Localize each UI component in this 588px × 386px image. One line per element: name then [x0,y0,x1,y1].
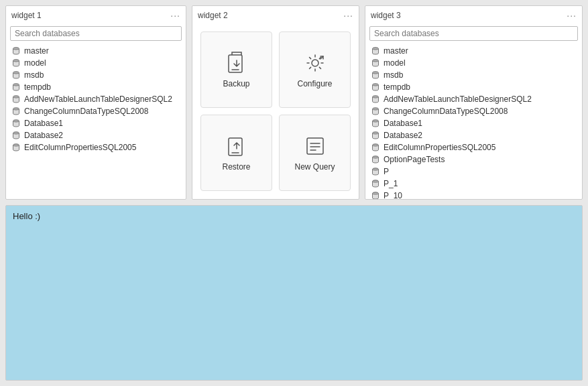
new-query-label: New Query [294,162,335,172]
restore-button[interactable]: Restore [200,115,272,191]
backup-label: Backup [223,79,249,88]
db-item-label: OptionPageTests [384,155,445,164]
new-query-button[interactable]: New Query [279,115,351,191]
database-icon [371,179,380,188]
widget-2: widget 2 ··· Backup [192,5,359,200]
list-item[interactable]: msdb [6,69,186,81]
database-icon [371,58,380,68]
db-item-label: ChangeColumnDataTypeSQL2008 [24,107,148,116]
db-item-label: EditColumnPropertiesSQL2005 [24,143,136,152]
widget-3-title: widget 3 [371,11,401,20]
svg-point-3 [13,60,19,62]
database-icon [371,191,380,199]
svg-point-46 [373,168,379,170]
svg-point-48 [373,180,379,182]
list-item[interactable]: OptionPageTests [365,153,582,166]
database-icon [371,82,380,92]
list-item[interactable]: Database1 [365,117,582,129]
configure-icon [303,51,327,75]
svg-point-7 [13,84,19,86]
widget-1-search-input[interactable] [10,26,182,41]
widget-1: widget 1 ··· master model msdb tempdb Ad… [5,5,186,200]
list-item[interactable]: tempdb [6,81,186,93]
db-item-label: Database1 [384,119,422,128]
db-item-label: AddNewTableLaunchTableDesignerSQL2 [24,94,172,104]
widget-3-menu-button[interactable]: ··· [567,10,577,21]
backup-button[interactable]: Backup [200,31,272,108]
db-item-label: EditColumnPropertiesSQL2005 [384,143,495,152]
list-item[interactable]: AddNewTableLaunchTableDesignerSQL2 [365,93,582,105]
svg-point-19 [312,60,318,66]
svg-point-17 [13,144,19,146]
restore-label: Restore [222,162,250,172]
database-icon [371,167,380,176]
database-icon [371,143,380,152]
svg-point-30 [373,72,379,74]
list-item[interactable]: master [365,45,582,57]
widget-1-header: widget 1 ··· [6,6,186,23]
list-item[interactable]: EditColumnPropertiesSQL2005 [365,141,582,153]
db-item-label: model [24,58,46,68]
widget-1-db-list: master model msdb tempdb AddNewTableLaun… [6,45,186,199]
svg-point-11 [13,108,19,110]
database-icon [371,46,380,56]
list-item[interactable]: Database2 [365,129,582,141]
database-icon [371,155,380,164]
svg-point-26 [373,48,379,50]
db-item-label: P_10 [384,191,402,199]
db-item-label: tempdb [24,82,51,92]
database-icon [11,94,21,104]
restore-icon [225,134,249,158]
db-item-label: master [24,46,49,56]
svg-point-13 [13,120,19,122]
list-item[interactable]: P_10 [365,190,582,199]
widget-2-action-grid: Backup Configure R [192,23,359,199]
db-item-label: Database2 [384,131,422,140]
widget-3-search-input[interactable] [369,26,578,41]
db-item-label: model [384,58,406,68]
widget-3-db-list: master model msdb tempdb AddNewTableLaun… [365,45,582,199]
database-icon [371,119,380,128]
db-item-label: msdb [24,70,44,80]
list-item[interactable]: P [365,166,582,178]
svg-point-44 [373,156,379,158]
database-icon [371,70,380,80]
list-item[interactable]: P_1 [365,178,582,190]
db-item-label: P [384,167,389,176]
list-item[interactable]: master [6,45,186,57]
database-icon [11,131,21,140]
database-icon [11,82,21,92]
db-item-label: AddNewTableLaunchTableDesignerSQL2 [384,94,532,104]
db-item-label: Database1 [24,119,63,128]
list-item[interactable]: Database2 [6,129,186,141]
list-item[interactable]: model [6,57,186,69]
svg-point-32 [373,84,379,86]
list-item[interactable]: ChangeColumnDataTypeSQL2008 [365,105,582,117]
database-icon [11,58,21,68]
svg-rect-21 [307,138,323,154]
svg-point-36 [373,108,379,110]
list-item[interactable]: EditColumnPropertiesSQL2005 [6,141,186,153]
svg-point-34 [373,96,379,98]
svg-point-40 [373,132,379,134]
database-icon [11,143,21,152]
database-icon [371,131,380,140]
backup-icon [225,51,249,75]
configure-button[interactable]: Configure [279,31,351,108]
database-icon [11,46,21,56]
widget-2-menu-button[interactable]: ··· [343,10,353,21]
widget-1-menu-button[interactable]: ··· [170,10,180,21]
list-item[interactable]: msdb [365,69,582,81]
list-item[interactable]: tempdb [365,81,582,93]
widget-3-header: widget 3 ··· [365,6,582,23]
list-item[interactable]: AddNewTableLaunchTableDesignerSQL2 [6,93,186,105]
bottom-panel-text: Hello :) [13,211,40,221]
db-item-label: ChangeColumnDataTypeSQL2008 [384,107,508,116]
svg-point-50 [373,192,379,194]
list-item[interactable]: ChangeColumnDataTypeSQL2008 [6,105,186,117]
svg-point-5 [13,72,19,74]
list-item[interactable]: model [365,57,582,69]
widget-2-title: widget 2 [198,11,228,20]
list-item[interactable]: Database1 [6,117,186,129]
svg-point-9 [13,96,19,98]
